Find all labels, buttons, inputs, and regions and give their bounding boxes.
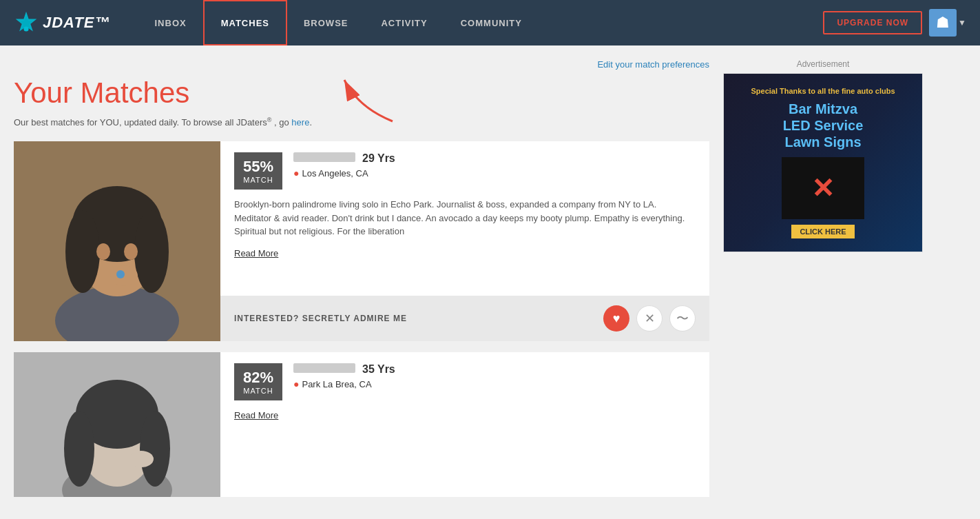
upgrade-button[interactable]: UPGRADE NOW bbox=[823, 11, 922, 34]
profile-photo-svg-2 bbox=[14, 352, 220, 497]
match-percent-value-2: 82% bbox=[242, 369, 274, 387]
subtitle-prefix: Our best matches for YOU, updated daily.… bbox=[14, 117, 267, 128]
nav-matches[interactable]: MATCHES bbox=[203, 0, 287, 45]
match-card-inner-2: 82% MATCH 35 Yrs ● Park La Brea, CA bbox=[14, 352, 709, 497]
read-more-link-1[interactable]: Read More bbox=[234, 248, 278, 258]
match-percent-value-1: 55% bbox=[242, 158, 274, 176]
match-percent-2: 82% MATCH bbox=[234, 363, 282, 400]
match-location-text-1: Los Angeles, CA bbox=[302, 168, 368, 179]
location-pin-1: ● bbox=[293, 167, 299, 179]
match-location-1: ● Los Angeles, CA bbox=[293, 167, 696, 179]
match-photo-placeholder-1 bbox=[14, 141, 220, 341]
match-label-1: MATCH bbox=[242, 176, 274, 184]
ad-title: Special Thanks to all the fine auto club… bbox=[751, 87, 895, 95]
edit-match-prefs-link[interactable]: Edit your match preferences bbox=[14, 59, 709, 70]
match-photo-2[interactable] bbox=[14, 352, 220, 497]
advertisement-box: Special Thanks to all the fine auto club… bbox=[723, 73, 923, 252]
svg-rect-15 bbox=[14, 141, 220, 341]
location-pin-2: ● bbox=[293, 378, 299, 389]
match-location-text-2: Park La Brea, CA bbox=[302, 379, 371, 389]
match-bio-1: Brooklyn-born palindrome living solo in … bbox=[234, 198, 696, 238]
match-username-2 bbox=[293, 363, 355, 373]
match-card-inner-1: 55% MATCH 29 Yrs ● Los Angeles bbox=[14, 141, 709, 341]
match-percent-1: 55% MATCH bbox=[234, 152, 282, 190]
svg-rect-23 bbox=[14, 352, 220, 497]
ad-image: ✕ bbox=[782, 157, 864, 219]
dismiss-button-1[interactable]: ✕ bbox=[636, 305, 663, 332]
match-age-1: 29 Yrs bbox=[362, 152, 395, 165]
match-card-1: 55% MATCH 29 Yrs ● Los Angeles bbox=[14, 141, 709, 341]
interest-bar-1: INTERESTED? SECRETLY ADMIRE ME ♥ ✕ 〜 bbox=[220, 296, 709, 341]
logo[interactable]: JDATE™ bbox=[14, 10, 111, 35]
match-photo-placeholder-2 bbox=[14, 352, 220, 497]
match-header-2: 82% MATCH 35 Yrs ● Park La Brea, CA bbox=[234, 363, 696, 400]
ad-x-symbol: ✕ bbox=[811, 172, 835, 204]
nav-community[interactable]: COMMUNITY bbox=[444, 0, 539, 45]
avatar-dropdown-arrow[interactable]: ▼ bbox=[958, 18, 966, 28]
wave-button-1[interactable]: 〜 bbox=[669, 305, 696, 332]
user-icon: ☗ bbox=[936, 14, 950, 32]
sidebar: Advertisement Special Thanks to all the … bbox=[723, 59, 923, 508]
heart-button-1[interactable]: ♥ bbox=[603, 305, 629, 332]
ad-label: Advertisement bbox=[723, 59, 923, 69]
main-nav: INBOX MATCHES BROWSE ACTIVITY COMMUNITY bbox=[138, 0, 824, 45]
match-label-2: MATCH bbox=[242, 387, 274, 395]
subtitle-suffix: , go bbox=[274, 117, 291, 128]
profile-photo-svg-1 bbox=[14, 141, 220, 341]
page-subtitle: Our best matches for YOU, updated daily.… bbox=[14, 116, 709, 128]
interest-label-1: INTERESTED? SECRETLY ADMIRE ME bbox=[234, 314, 407, 323]
match-photo-1[interactable] bbox=[14, 141, 220, 341]
page-title: Your Matches bbox=[14, 77, 709, 110]
match-info-1: 29 Yrs ● Los Angeles, CA bbox=[293, 152, 696, 179]
match-header-1: 55% MATCH 29 Yrs ● Los Angeles bbox=[234, 152, 696, 190]
header-right: UPGRADE NOW ☗ ▼ bbox=[823, 9, 966, 37]
svg-point-2 bbox=[23, 26, 28, 31]
avatar[interactable]: ☗ bbox=[929, 9, 957, 37]
read-more-link-2[interactable]: Read More bbox=[234, 410, 278, 420]
match-info-2: 35 Yrs ● Park La Brea, CA bbox=[293, 363, 696, 389]
match-details-2: 82% MATCH 35 Yrs ● Park La Brea, CA bbox=[220, 352, 709, 497]
nav-browse[interactable]: BROWSE bbox=[287, 0, 365, 45]
match-age-2: 35 Yrs bbox=[362, 363, 395, 376]
ad-service-text: Bar Mitzva LED Service Lawn Signs bbox=[783, 101, 864, 150]
ad-click-button[interactable]: CLICK HERE bbox=[791, 225, 854, 238]
logo-text: JDATE™ bbox=[43, 14, 111, 32]
match-card-2: 82% MATCH 35 Yrs ● Park La Brea, CA bbox=[14, 352, 709, 497]
nav-inbox[interactable]: INBOX bbox=[138, 0, 203, 45]
match-details-1: 55% MATCH 29 Yrs ● Los Angeles bbox=[220, 141, 709, 296]
match-location-2: ● Park La Brea, CA bbox=[293, 378, 696, 389]
nav-activity[interactable]: ACTIVITY bbox=[364, 0, 444, 45]
logo-icon bbox=[14, 10, 39, 35]
content-area: Edit your match preferences Your Matches… bbox=[0, 45, 980, 519]
browse-all-link[interactable]: here bbox=[291, 117, 309, 128]
interest-actions-1: ♥ ✕ 〜 bbox=[603, 305, 696, 332]
header: JDATE™ INBOX MATCHES BROWSE ACTIVITY COM… bbox=[0, 0, 980, 45]
main-panel: Edit your match preferences Your Matches… bbox=[14, 59, 709, 508]
match-username-1 bbox=[293, 152, 355, 162]
